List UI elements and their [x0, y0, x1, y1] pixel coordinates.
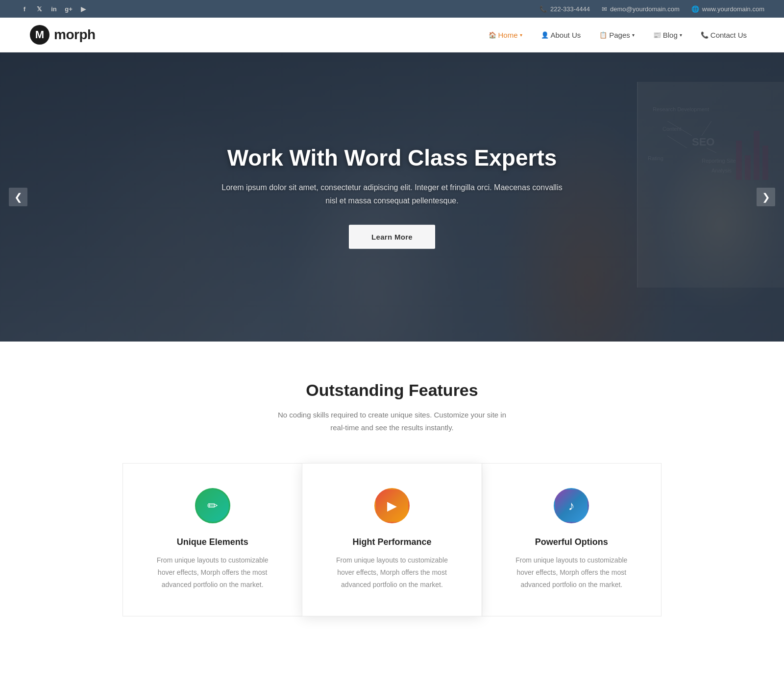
topbar-contact-info: 📞 222-333-4444 ✉ demo@yourdomain.com 🌐 w… — [539, 5, 764, 13]
header: M morph 🏠 Home ▾ 👤 About Us 📋 Pages ▾ 📰 … — [0, 18, 784, 52]
nav-contact-label: Contact Us — [710, 31, 747, 39]
nav-home-label: Home — [498, 31, 518, 39]
powerful-options-icon-circle: ♪ — [554, 488, 589, 523]
powerful-options-title: Powerful Options — [502, 537, 641, 547]
pages-icon: 📋 — [599, 31, 607, 39]
phone-icon: 📞 — [539, 5, 547, 13]
blog-dropdown-arrow: ▾ — [680, 32, 682, 38]
features-grid: ✏ Unique Elements From unique layouts to… — [122, 463, 662, 616]
globe-icon: 🌐 — [691, 5, 699, 13]
nav-item-pages[interactable]: 📋 Pages ▾ — [591, 27, 642, 43]
phone-info: 📞 222-333-4444 — [539, 5, 590, 13]
linkedin-icon[interactable]: in — [49, 4, 59, 14]
contact-icon: 📞 — [701, 31, 709, 39]
hero-content: Work With Word Class Experts Lorem ipsum… — [220, 145, 564, 249]
nav-item-home[interactable]: 🏠 Home ▾ — [481, 27, 530, 43]
features-subtitle: No coding skills required to create uniq… — [270, 409, 514, 434]
features-title: Outstanding Features — [29, 381, 755, 400]
social-icons: f 𝕏 in g+ ▶ — [20, 4, 88, 14]
chevron-left-icon: ❮ — [14, 191, 23, 203]
features-section: Outstanding Features No coding skills re… — [0, 342, 784, 646]
twitter-icon[interactable]: 𝕏 — [34, 4, 44, 14]
googleplus-icon[interactable]: g+ — [64, 4, 74, 14]
play-icon: ▶ — [387, 498, 397, 514]
nav-pages-label: Pages — [609, 31, 630, 39]
phone-number: 222-333-4444 — [550, 5, 590, 13]
blog-icon: 📰 — [653, 31, 661, 39]
email-address: demo@yourdomain.com — [610, 5, 680, 13]
feature-card-unique-elements: ✏ Unique Elements From unique layouts to… — [122, 463, 302, 616]
logo[interactable]: M morph — [29, 24, 96, 45]
music-icon: ♪ — [568, 498, 575, 514]
hero-cta-button[interactable]: Learn More — [349, 225, 435, 249]
email-info: ✉ demo@yourdomain.com — [602, 5, 680, 13]
unique-elements-title: Unique Elements — [143, 537, 282, 547]
pages-dropdown-arrow: ▾ — [632, 32, 635, 38]
email-icon: ✉ — [602, 5, 607, 13]
facebook-icon[interactable]: f — [20, 4, 29, 14]
hero-section: Research Development Content SEO Rating … — [0, 52, 784, 342]
logo-icon: M — [29, 24, 50, 45]
youtube-icon[interactable]: ▶ — [78, 4, 88, 14]
home-dropdown-arrow: ▾ — [520, 32, 522, 38]
about-icon: 👤 — [541, 31, 549, 39]
home-icon: 🏠 — [489, 31, 496, 39]
hero-title: Work With Word Class Experts — [220, 145, 564, 171]
nav-item-blog[interactable]: 📰 Blog ▾ — [645, 27, 690, 43]
high-performance-desc: From unique layouts to customizable hove… — [328, 554, 456, 591]
topbar: f 𝕏 in g+ ▶ 📞 222-333-4444 ✉ demo@yourdo… — [0, 0, 784, 18]
powerful-options-desc: From unique layouts to customizable hove… — [508, 554, 635, 591]
unique-elements-desc: From unique layouts to customizable hove… — [149, 554, 276, 591]
chevron-right-icon: ❯ — [762, 191, 770, 203]
website-url: www.yourdomain.com — [702, 5, 764, 13]
website-info: 🌐 www.yourdomain.com — [691, 5, 764, 13]
hero-next-button[interactable]: ❯ — [757, 188, 775, 206]
svg-text:M: M — [35, 28, 44, 41]
high-performance-icon-circle: ▶ — [374, 488, 410, 523]
nav-item-about[interactable]: 👤 About Us — [533, 27, 589, 43]
hero-subtitle: Lorem ipsum dolor sit amet, consectetur … — [220, 181, 564, 207]
unique-elements-icon-circle: ✏ — [195, 488, 230, 523]
nav-item-contact[interactable]: 📞 Contact Us — [693, 27, 755, 43]
high-performance-title: Hight Performance — [322, 537, 462, 547]
main-nav: 🏠 Home ▾ 👤 About Us 📋 Pages ▾ 📰 Blog ▾ 📞… — [481, 27, 755, 43]
topbar-social: f 𝕏 in g+ ▶ — [20, 4, 88, 14]
nav-blog-label: Blog — [663, 31, 678, 39]
feature-card-high-performance: ▶ Hight Performance From unique layouts … — [302, 463, 481, 616]
feature-card-powerful-options: ♪ Powerful Options From unique layouts t… — [482, 463, 662, 616]
logo-text: morph — [54, 27, 96, 43]
nav-about-label: About Us — [551, 31, 581, 39]
hero-prev-button[interactable]: ❮ — [9, 188, 27, 206]
pencil-icon: ✏ — [207, 498, 218, 514]
